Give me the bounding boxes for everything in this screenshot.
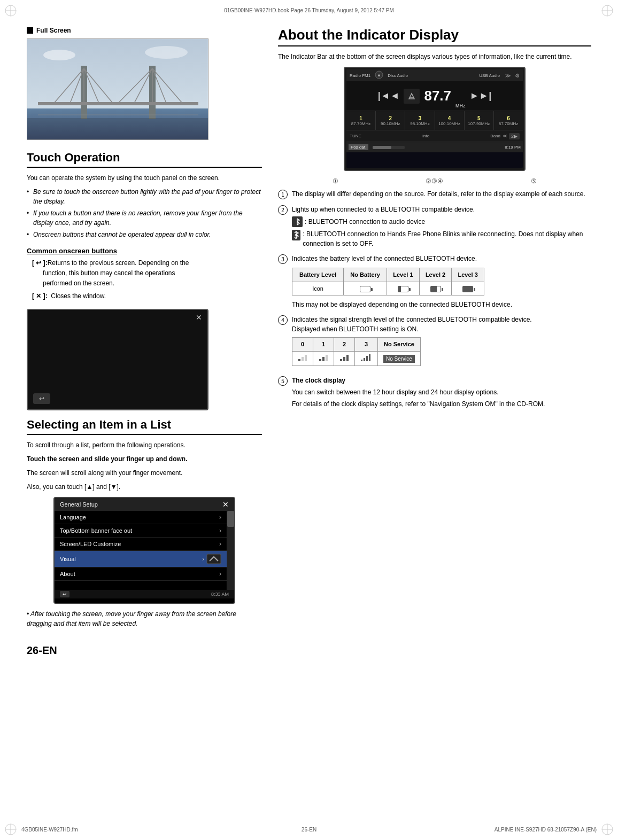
common-buttons-title: Common onscreen buttons xyxy=(27,247,262,255)
item-1-num: 1 xyxy=(278,190,288,199)
two-column-layout: Full Screen xyxy=(27,27,591,657)
bottom-left-info: 4GB05INE-W927HD.fm xyxy=(21,827,78,833)
svg-rect-43 xyxy=(346,355,349,361)
setup-footer: ↩ 8:33 AM xyxy=(55,590,234,598)
preset-4: 4 100.10MHz xyxy=(435,111,465,130)
item-1-text: The display will differ depending on the… xyxy=(292,189,585,199)
bullet-item-3: Onscreen buttons that cannot be operated… xyxy=(27,230,262,239)
preset-3: 3 98.10MHz xyxy=(405,111,435,130)
left-column: Full Screen xyxy=(27,27,262,657)
device-screen-mockup: Radio FM1 ● Disc Audio USB Audio ≫ ⚙ xyxy=(344,67,526,171)
battery-icon-3 xyxy=(462,286,473,292)
battery-icon-2 xyxy=(430,286,441,292)
svg-rect-44 xyxy=(361,360,362,361)
signal-table: 0 1 2 3 No Service xyxy=(292,337,421,366)
full-screen-label: Full Screen xyxy=(27,27,262,34)
touch-operation-title: Touch Operation xyxy=(27,151,262,168)
window-mockup: ✕ ↩ xyxy=(27,309,208,410)
item-3-num: 3 xyxy=(278,254,288,264)
item-5-content: The clock display You can switch between… xyxy=(292,376,545,409)
corner-mark-bl xyxy=(4,823,17,836)
svg-rect-37 xyxy=(305,355,307,361)
battery-table: Battery Level No Battery Level 1 Level 2… xyxy=(292,268,484,295)
svg-rect-35 xyxy=(298,359,300,361)
ds-indicator-row: Pos dat. 8:19 PM xyxy=(346,142,523,152)
touch-operation-body: You can operate the system by using the … xyxy=(27,173,262,183)
ds-top-bar: Radio FM1 ● Disc Audio USB Audio ≫ ⚙ xyxy=(346,69,523,81)
svg-rect-45 xyxy=(364,358,365,361)
preset-5: 5 107.90MHz xyxy=(465,111,494,130)
setup-screen-mockup: General Setup ✕ Language › Top/Bottom ba… xyxy=(53,497,235,604)
indicator-item-4: 4 Indicates the signal strength level of… xyxy=(278,315,591,370)
setup-row-about: About › xyxy=(55,567,227,581)
indicator-item-1: 1 The display will differ depending on t… xyxy=(278,189,591,199)
item-2-num: 2 xyxy=(278,205,288,215)
signal-no-service: No Service xyxy=(383,355,415,363)
preset-6: 6 87.70MHz xyxy=(494,111,523,130)
indicator-display-title: About the Indicator Display xyxy=(278,27,591,46)
content-area: Full Screen xyxy=(27,27,591,813)
indicator-numbers-row: ① ②③④ ⑤ xyxy=(278,176,591,189)
bullet-item-1: Be sure to touch the onscreen button lig… xyxy=(27,187,262,206)
svg-point-29 xyxy=(145,46,188,59)
btn-close-def: [ ✕ ]: Closes the window. xyxy=(27,291,262,301)
selecting-bold-instruction: Touch the screen and slide your finger u… xyxy=(27,454,262,464)
btn-back-def: [ ↩ ]:Returns to the previous screen. De… xyxy=(27,258,262,289)
svg-rect-13 xyxy=(27,108,208,140)
indicator-intro: The Indicator Bar at the bottom of the s… xyxy=(278,52,591,61)
battery-icon-0 xyxy=(360,286,370,292)
setup-row-topbottom: Top/Bottom banner face out › xyxy=(55,524,227,538)
svg-rect-27 xyxy=(38,114,198,115)
touch-bullet-list: Be sure to touch the onscreen button lig… xyxy=(27,187,262,239)
battery-icon-1 xyxy=(398,286,408,292)
signal-icon-1 xyxy=(319,354,328,361)
page-number: 26-EN xyxy=(27,644,262,657)
signal-icon-3 xyxy=(360,354,372,361)
svg-rect-36 xyxy=(302,357,304,361)
right-column: About the Indicator Display The Indicato… xyxy=(278,27,591,657)
item-3-content: Indicates the battery level of the conne… xyxy=(292,254,512,309)
svg-rect-42 xyxy=(343,357,345,361)
item-4-num: 4 xyxy=(278,315,288,325)
corner-mark-br xyxy=(601,823,614,836)
svg-rect-41 xyxy=(340,359,342,361)
ds-bottom-bar: TUNE Info Band ≪ 2▶ xyxy=(346,130,523,142)
bullet-item-2: If you touch a button and there is no re… xyxy=(27,208,262,228)
battery-note: This may not be displayed depending on t… xyxy=(292,300,512,309)
svg-rect-47 xyxy=(369,354,370,361)
selecting-title: Selecting an Item in a List xyxy=(27,418,262,435)
ds-presets: 1 87.70MHz 2 90.10MHz 3 98.10MHz xyxy=(346,111,523,130)
bottom-page-number: 26-EN xyxy=(302,827,316,833)
bottom-right-info: ALPINE INE-S927HD 68-21057Z90-A (EN) xyxy=(495,827,597,833)
bt-phone-icon xyxy=(292,230,300,240)
preset-1: 1 87.70MHz xyxy=(346,111,376,130)
corner-mark-tr xyxy=(601,4,614,17)
item-2-content: Lights up when connected to a BLUETOOTH … xyxy=(292,205,591,248)
page: 01GB00INE-W927HD.book Page 26 Thursday, … xyxy=(0,0,618,840)
signal-icon-2 xyxy=(339,354,349,361)
setup-row-visual: Visual › xyxy=(55,551,227,567)
top-file-info: 01GB00INE-W927HD.book Page 26 Thursday, … xyxy=(224,7,394,13)
svg-rect-30 xyxy=(207,554,221,564)
corner-mark-tl xyxy=(4,4,17,17)
signal-icon-0 xyxy=(298,354,307,361)
svg-rect-46 xyxy=(366,356,368,361)
selecting-note: • After touching the screen, move your f… xyxy=(27,609,262,628)
fullscreen-image xyxy=(27,38,208,140)
ds-freq-row: |◄◄ 87.7 MHz ►►| xyxy=(346,81,523,111)
indicator-item-3: 3 Indicates the battery level of the con… xyxy=(278,254,591,309)
indicator-item-2: 2 Lights up when connected to a BLUETOOT… xyxy=(278,205,591,248)
svg-point-28 xyxy=(43,50,75,60)
indicator-item-5: 5 The clock display You can switch betwe… xyxy=(278,376,591,409)
svg-rect-39 xyxy=(322,357,325,361)
setup-screen-header: General Setup ✕ xyxy=(55,498,234,511)
bt-audio-icon xyxy=(292,216,303,227)
svg-rect-26 xyxy=(38,102,198,105)
setup-row-language: Language › xyxy=(55,511,227,524)
svg-rect-40 xyxy=(326,355,328,361)
setup-row-screenled: Screen/LED Customize › xyxy=(55,538,227,551)
selecting-body: To scroll through a list, perform the fo… xyxy=(27,440,262,450)
selecting-instruction-body: The screen will scroll along with your f… xyxy=(27,468,262,478)
selecting-also-text: Also, you can touch [▲] and [▼]. xyxy=(27,482,262,492)
svg-rect-38 xyxy=(319,359,321,361)
